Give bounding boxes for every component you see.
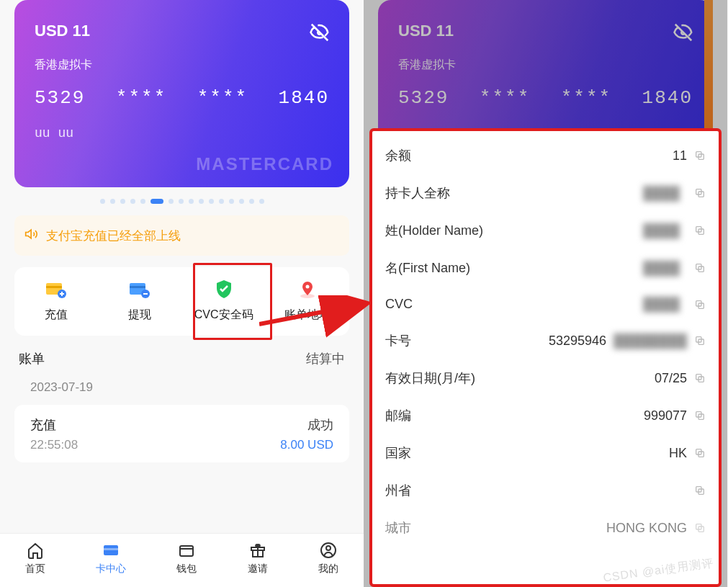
virtual-card[interactable]: USD 11 香港虚拟卡 5329 **** **** 1840 uu uu M… — [14, 0, 349, 187]
detail-row: 城市HONG KONG — [372, 509, 719, 537]
tab-wallet[interactable]: 钱包 — [176, 541, 197, 575]
copy-icon[interactable] — [694, 410, 706, 421]
bill-date: 2023-07-19 — [14, 377, 349, 405]
bill-result: 成功 — [307, 416, 333, 434]
tab-bar: 首页 卡中心 钱包 邀请 我的 — [0, 533, 364, 587]
notice-text: 支付宝充值已经全部上线 — [46, 228, 181, 244]
detail-row: CVC████ — [372, 287, 719, 322]
bill-time: 22:55:08 — [30, 438, 78, 452]
actions-panel: 充值 提现 CVC安全码 账单地址 — [14, 267, 349, 336]
bills-status[interactable]: 结算中 — [306, 350, 345, 367]
wallet-icon — [177, 541, 196, 560]
detail-row: 卡号53295946████████ — [372, 322, 719, 359]
bills-header: 账单 结算中 — [14, 350, 349, 377]
svg-point-7 — [305, 285, 309, 289]
phone-screen-left: USD 11 香港虚拟卡 5329 **** **** 1840 uu uu M… — [0, 0, 364, 587]
tab-invite[interactable]: 邀请 — [248, 541, 268, 575]
svg-rect-1 — [46, 286, 62, 288]
withdraw-icon — [129, 280, 150, 299]
copy-icon[interactable] — [694, 372, 706, 384]
card-pager[interactable] — [14, 199, 349, 204]
phone-screen-right: USD 11 香港虚拟卡 5329********1840 余额11持卡人全称█… — [364, 0, 727, 587]
detail-row: 州省 — [372, 472, 719, 509]
copy-icon[interactable] — [694, 335, 706, 346]
card-name: 香港虚拟卡 — [35, 58, 329, 73]
card-number: 5329 **** **** 1840 — [35, 87, 329, 109]
tab-me[interactable]: 我的 — [318, 541, 338, 575]
detail-value: 53295946 — [549, 333, 606, 349]
detail-row: 有效日期(月/年)07/25 — [372, 359, 719, 397]
copy-icon[interactable] — [694, 522, 706, 534]
speaker-icon — [24, 227, 39, 244]
detail-value: HK — [669, 446, 687, 461]
detail-value: 11 — [673, 148, 687, 163]
copy-icon[interactable] — [694, 485, 706, 496]
copy-icon[interactable] — [694, 187, 706, 199]
detail-label: 城市 — [385, 519, 411, 537]
detail-value: HONG KONG — [606, 521, 687, 536]
detail-label: 有效日期(月/年) — [385, 369, 475, 387]
detail-label: 名(First Name) — [385, 259, 470, 277]
action-withdraw[interactable]: 提现 — [98, 280, 181, 323]
card-balance: USD 11 — [35, 22, 329, 40]
annotation-highlight-box — [193, 263, 272, 340]
card-details-modal: 余额11持卡人全称████姓(Holder Name)████名(First N… — [369, 128, 722, 587]
svg-point-14 — [326, 546, 331, 550]
bill-item[interactable]: 充值 成功 22:55:08 8.00 USD — [14, 405, 349, 462]
eye-off-icon[interactable] — [309, 22, 331, 37]
svg-rect-10 — [180, 546, 193, 556]
detail-label: 卡号 — [385, 332, 411, 349]
copy-icon[interactable] — [694, 225, 706, 236]
detail-row: 名(First Name)████ — [372, 249, 719, 287]
copy-icon[interactable] — [694, 262, 706, 274]
person-icon — [319, 541, 338, 560]
tab-card-center[interactable]: 卡中心 — [96, 541, 126, 575]
svg-rect-4 — [130, 286, 145, 288]
bills-title: 账单 — [19, 350, 45, 367]
svg-rect-9 — [104, 548, 118, 550]
detail-label: 姓(Holder Name) — [385, 222, 483, 239]
detail-row: 邮编999077 — [372, 397, 719, 434]
copy-icon[interactable] — [694, 299, 706, 310]
card-holder: uu uu — [35, 126, 329, 140]
detail-label: 持卡人全称 — [385, 184, 450, 202]
detail-row: 持卡人全称████ — [372, 174, 719, 212]
location-icon — [297, 280, 318, 299]
card-icon — [102, 541, 120, 560]
detail-label: 余额 — [385, 147, 411, 164]
detail-row: 国家HK — [372, 434, 719, 472]
copy-icon[interactable] — [694, 150, 706, 161]
action-billing-address[interactable]: 账单地址 — [266, 280, 349, 323]
gift-icon — [248, 541, 267, 560]
detail-label: 国家 — [385, 444, 411, 462]
tab-home[interactable]: 首页 — [25, 541, 45, 575]
detail-value: 07/25 — [655, 371, 687, 386]
detail-value: 999077 — [644, 408, 687, 424]
detail-label: 州省 — [385, 482, 411, 499]
recharge-icon — [45, 280, 67, 299]
bill-type: 充值 — [30, 416, 56, 434]
eye-off-icon — [673, 22, 694, 37]
bill-amount: 8.00 USD — [280, 438, 333, 452]
action-recharge[interactable]: 充值 — [14, 280, 98, 323]
detail-label: CVC — [385, 297, 413, 312]
card-brand-label: MASTERCARD — [196, 154, 333, 174]
home-icon — [26, 541, 45, 560]
detail-row: 余额11 — [372, 137, 719, 174]
copy-icon[interactable] — [694, 447, 706, 459]
notice-banner[interactable]: 支付宝充值已经全部上线 — [14, 215, 349, 256]
detail-row: 姓(Holder Name)████ — [372, 212, 719, 249]
detail-label: 邮编 — [385, 407, 411, 424]
